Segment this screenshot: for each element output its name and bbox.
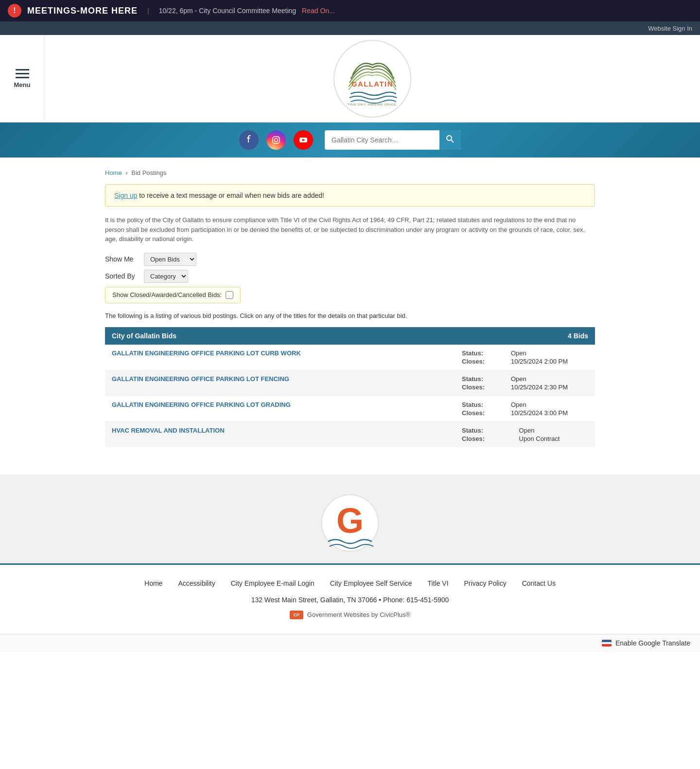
table-row: HVAC REMOVAL AND INSTALLATION Status: Op… [105,422,595,447]
footer-logo-svg: G [321,494,379,552]
listing-description: The following is a listing of various bi… [105,312,595,319]
breadcrumb-home-link[interactable]: Home [105,169,122,176]
search-bar [325,130,461,150]
hamburger-icon [16,69,29,78]
svg-text:G: G [336,501,364,540]
civicplus-text: Government Websites by CivicPlus® [307,611,410,618]
bid-status: Status: Open Closes: Upon Contract [462,427,588,442]
svg-point-3 [275,139,278,142]
closed-bids-checkbox[interactable] [226,291,233,299]
svg-text:TRUE GRIT. AMAZING GRACE.: TRUE GRIT. AMAZING GRACE. [348,103,397,106]
breadcrumb-current: Bid Postings [131,169,166,176]
notify-text: to receive a text message or email when … [137,192,324,199]
footer-logo-area: G [0,474,700,563]
svg-text:GALLATIN: GALLATIN [351,80,393,88]
signin-bar: Website Sign In [0,21,700,35]
footer-link[interactable]: Accessibility [178,579,215,587]
status-label: Status: [462,401,505,408]
footer-link[interactable]: Privacy Policy [464,579,507,587]
bids-section-header: City of Gallatin Bids 4 Bids [105,327,595,345]
closed-bids-label: Show Closed/Awarded/Cancelled Bids: [112,291,222,298]
alert-event-text: 10/22, 6pm - City Council Committee Meet… [159,7,296,15]
status-value: Open [519,427,588,434]
policy-text: It is the policy of the City of Gallatin… [105,215,595,244]
bid-title-link[interactable]: GALLATIN ENGINEERING OFFICE PARKING LOT … [112,350,462,357]
status-value: Open [511,401,588,408]
social-icons [239,130,313,150]
bid-status: Status: Open Closes: 10/25/2024 2:30 PM [462,375,588,391]
closes-value: 10/25/2024 2:30 PM [511,384,588,391]
footer-link[interactable]: City Employee Self Service [330,579,412,587]
bids-section: City of Gallatin Bids 4 Bids GALLATIN EN… [105,327,595,447]
sorted-by-select[interactable]: Category Date Title [144,270,188,283]
translate-label[interactable]: Enable Google Translate [615,639,690,647]
bid-title-link[interactable]: GALLATIN ENGINEERING OFFICE PARKING LOT … [112,401,462,408]
site-logo: GALLATIN TRUE GRIT. AMAZING GRACE. [333,40,411,118]
status-label: Status: [462,350,505,357]
footer-civicplus: CP Government Websites by CivicPlus® [0,611,700,619]
civicplus-logo: CP [290,611,303,619]
gallatin-logo-svg: GALLATIN TRUE GRIT. AMAZING GRACE. [341,47,404,110]
sorted-by-row: Sorted By Category Date Title [105,270,595,283]
signup-link[interactable]: Sign up [114,192,137,199]
closes-label: Closes: [462,409,505,417]
website-signin-link[interactable]: Website Sign In [648,25,692,32]
svg-point-7 [447,136,452,140]
footer-address: 132 West Main Street, Gallatin, TN 37066… [0,596,700,604]
svg-point-4 [278,138,279,139]
bid-title-link[interactable]: HVAC REMOVAL AND INSTALLATION [112,427,462,434]
closes-label: Closes: [462,435,513,442]
footer-link[interactable]: City Employee E-mail Login [231,579,315,587]
site-header: Menu GALLATIN [0,35,700,122]
table-row: GALLATIN ENGINEERING OFFICE PARKING LOT … [105,345,595,370]
status-value: Open [511,375,588,383]
closes-label: Closes: [462,384,505,391]
menu-label: Menu [14,81,31,88]
table-row: GALLATIN ENGINEERING OFFICE PARKING LOT … [105,396,595,422]
search-button[interactable] [439,130,461,150]
closed-bids-box: Show Closed/Awarded/Cancelled Bids: [105,287,241,303]
search-icon [446,135,454,143]
bids-section-title: City of Gallatin Bids [112,332,176,340]
footer-nav: HomeAccessibilityCity Employee E-mail Lo… [0,563,700,634]
footer-link[interactable]: Contact Us [522,579,556,587]
status-label: Status: [462,427,513,434]
bid-title-link[interactable]: GALLATIN ENGINEERING OFFICE PARKING LOT … [112,375,462,383]
translate-flag-icon [602,640,612,647]
show-me-row: Show Me Open Bids Closed Bids All Bids [105,253,595,266]
bid-status: Status: Open Closes: 10/25/2024 2:00 PM [462,350,588,365]
breadcrumb-separator: › [125,169,129,176]
footer-logo-container: G [321,494,379,554]
show-me-label: Show Me [105,255,139,263]
closes-label: Closes: [462,358,505,365]
facebook-icon[interactable] [239,130,259,150]
closes-value: Upon Contract [519,435,588,442]
main-content: Home › Bid Postings Sign up to receive a… [97,157,603,474]
menu-button[interactable]: Menu [0,35,45,122]
instagram-icon[interactable] [266,130,286,150]
status-label: Status: [462,375,505,383]
table-row: GALLATIN ENGINEERING OFFICE PARKING LOT … [105,370,595,396]
svg-line-8 [451,140,454,142]
youtube-icon[interactable] [294,130,313,150]
bid-status: Status: Open Closes: 10/25/2024 3:00 PM [462,401,588,417]
closes-value: 10/25/2024 2:00 PM [511,358,588,365]
footer-link[interactable]: Title VI [427,579,448,587]
alert-title: MEETINGS-MORE HERE [27,6,138,16]
bids-list: GALLATIN ENGINEERING OFFICE PARKING LOT … [105,345,595,447]
show-me-select[interactable]: Open Bids Closed Bids All Bids [144,253,196,266]
footer-link[interactable]: Home [144,579,162,587]
nav-bar [0,122,700,157]
search-input[interactable] [325,131,439,149]
closes-value: 10/25/2024 3:00 PM [511,409,588,417]
sorted-by-label: Sorted By [105,272,139,280]
site-logo-area: GALLATIN TRUE GRIT. AMAZING GRACE. [45,40,700,118]
status-value: Open [511,350,588,357]
translate-bar: Enable Google Translate [0,634,700,652]
breadcrumb: Home › Bid Postings [105,169,595,176]
bids-section-count: 4 Bids [568,332,588,340]
alert-read-on-link[interactable]: Read On... [302,7,335,15]
alert-bar: ! MEETINGS-MORE HERE | 10/22, 6pm - City… [0,0,700,21]
alert-separator: | [147,7,149,15]
alert-icon: ! [8,4,21,17]
